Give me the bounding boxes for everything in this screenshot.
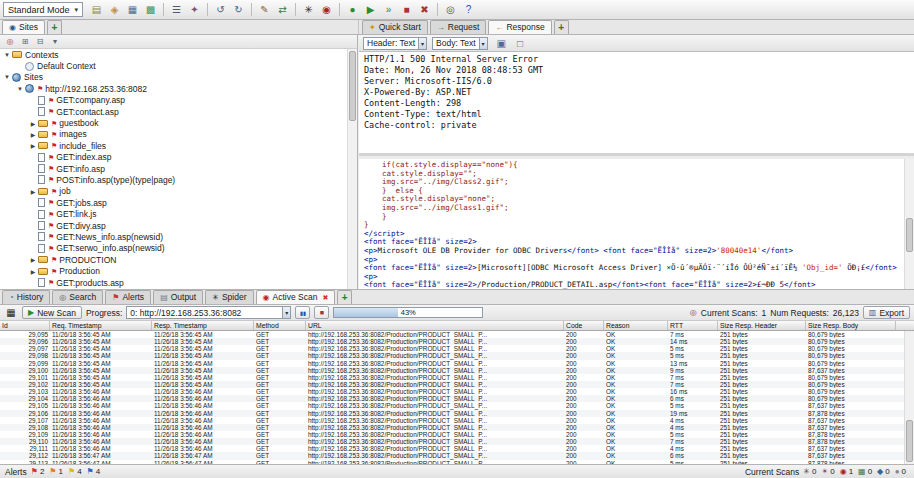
syntax-highlight-icon[interactable]: ▣: [493, 35, 510, 51]
response-headers[interactable]: HTTP/1.1 500 Internal Server ErrorDate: …: [359, 52, 914, 156]
snapshot-session-icon[interactable]: ▩: [142, 2, 159, 18]
tree-item[interactable]: ▶⚑include_files: [0, 140, 347, 151]
add-workspace-tab-button[interactable]: +: [554, 20, 569, 34]
tab-output[interactable]: ▤Output: [153, 290, 203, 304]
tab-active-scan[interactable]: ◉Active Scan✖: [256, 290, 336, 304]
scope-icon[interactable]: ◎: [442, 2, 459, 18]
expand-icon[interactable]: ▶: [28, 268, 38, 275]
collapse-icon[interactable]: ▼: [2, 74, 12, 80]
high-alerts-flag[interactable]: ⚑: [31, 468, 38, 476]
tab-alerts[interactable]: ⚑Alerts: [105, 290, 151, 304]
table-row[interactable]: 29,10511/26/18 3:56:46 AM11/26/18 3:56:4…: [0, 402, 904, 409]
table-row[interactable]: 29,09711/26/18 3:56:45 AM11/26/18 3:56:4…: [0, 345, 904, 352]
tree-item[interactable]: ⚑GET:company.asp: [0, 95, 347, 106]
table-row[interactable]: 29,11211/26/18 3:56:47 AM11/26/18 3:56:4…: [0, 452, 904, 459]
scrollbar-thumb[interactable]: [906, 420, 913, 462]
maximize-panel-icon[interactable]: □: [512, 35, 529, 51]
tree-item[interactable]: ⚑GET:index.asp: [0, 152, 347, 163]
break-drop-icon[interactable]: ✖: [416, 2, 433, 18]
table-row[interactable]: 29,11111/26/18 3:56:46 AM11/26/18 3:56:4…: [0, 445, 904, 452]
response-body-scrollbar[interactable]: [904, 159, 914, 289]
tree-item[interactable]: ⚑GET:divy.asp: [0, 220, 347, 231]
column-header-req-timestamp[interactable]: Req. Timestamp: [50, 321, 152, 330]
table-row[interactable]: 29,10311/26/18 3:56:46 AM11/26/18 3:56:4…: [0, 388, 904, 395]
table-row[interactable]: 29,09511/26/18 3:56:45 AM11/26/18 3:56:4…: [0, 331, 904, 338]
table-row[interactable]: 29,10611/26/18 3:56:46 AM11/26/18 3:56:4…: [0, 410, 904, 417]
scrollbar-thumb[interactable]: [906, 218, 913, 252]
response-body[interactable]: if(cat.style.display=="none"){ cat.style…: [359, 159, 904, 289]
info-alerts-flag[interactable]: ⚑: [87, 468, 94, 476]
panel-options-icon[interactable]: ▾: [49, 38, 61, 46]
tree-item[interactable]: ⚑GET:contact.asp: [0, 106, 347, 117]
collapse-icon[interactable]: ▼: [2, 52, 12, 58]
break-step-icon[interactable]: ▶: [362, 2, 379, 18]
tab-response[interactable]: ←Response: [488, 20, 551, 34]
table-row[interactable]: 29,10111/26/18 3:56:45 AM11/26/18 3:56:4…: [0, 374, 904, 381]
scope-filter-icon[interactable]: ◎: [4, 38, 16, 46]
tree-item[interactable]: ▼Contexts: [0, 49, 347, 60]
tree-item[interactable]: ▼Sites: [0, 72, 347, 83]
spider-toolbar-icon[interactable]: ✳: [300, 2, 317, 18]
column-header-size-resp-header[interactable]: Size Resp. Header: [718, 321, 806, 330]
table-row[interactable]: 29,09611/26/18 3:56:45 AM11/26/18 3:56:4…: [0, 338, 904, 345]
tree-item[interactable]: ⚑GET:jobs.asp: [0, 197, 347, 208]
pause-scan-button[interactable]: ▮▮: [295, 306, 310, 319]
expand-icon[interactable]: ▶: [28, 120, 38, 127]
column-header-reason[interactable]: Reason: [604, 321, 668, 330]
collapse-all-icon[interactable]: ⊟: [34, 38, 46, 46]
help-icon[interactable]: ?: [460, 2, 477, 18]
tree-item[interactable]: ▶⚑job: [0, 186, 347, 197]
tab-quick-start[interactable]: ✦Quick Start: [362, 20, 428, 34]
tab-spider[interactable]: ✳Spider: [205, 290, 253, 304]
table-row[interactable]: 29,10411/26/18 3:56:46 AM11/26/18 3:56:4…: [0, 395, 904, 402]
expand-icon[interactable]: ▶: [28, 256, 38, 263]
close-tab-icon[interactable]: ✖: [322, 294, 328, 302]
active-scan-toolbar-icon[interactable]: ◉: [318, 2, 335, 18]
tree-item[interactable]: ▼⚑http://192.168.253.36:8082: [0, 83, 347, 94]
column-header-id[interactable]: Id: [0, 321, 50, 330]
tree-item[interactable]: ⚑GET:News_info.asp(newsid): [0, 231, 347, 242]
new-session-icon[interactable]: ▤: [88, 2, 105, 18]
expand-icon[interactable]: ▶: [28, 131, 38, 138]
session-properties-icon[interactable]: ☰: [168, 2, 185, 18]
tree-item[interactable]: ⚑GET:serwo_info.asp(newsid): [0, 243, 347, 254]
add-bottom-tab-button[interactable]: +: [337, 290, 352, 304]
expand-icon[interactable]: ▶: [28, 188, 38, 195]
table-row[interactable]: 29,10811/26/18 3:56:46 AM11/26/18 3:56:4…: [0, 424, 904, 431]
undo-icon[interactable]: ↺: [212, 2, 229, 18]
options-icon[interactable]: ✦: [186, 2, 203, 18]
filter-icon[interactable]: ▦: [4, 305, 18, 321]
new-scan-button[interactable]: ▶ New Scan: [22, 306, 82, 319]
request-editor-icon[interactable]: ✎: [256, 2, 273, 18]
tree-item[interactable]: ▶⚑Production: [0, 265, 347, 276]
expand-icon[interactable]: ▶: [28, 142, 38, 149]
table-row[interactable]: 29,10711/26/18 3:56:46 AM11/26/18 3:56:4…: [0, 417, 904, 424]
scan-table-scrollbar[interactable]: [904, 331, 914, 464]
medium-alerts-flag[interactable]: ⚑: [49, 468, 56, 476]
expand-all-icon[interactable]: ⊞: [19, 38, 31, 46]
table-row[interactable]: 29,10211/26/18 3:56:45 AM11/26/18 3:56:4…: [0, 381, 904, 388]
resend-request-icon[interactable]: ⇄: [274, 2, 291, 18]
break-on-icon[interactable]: ●: [344, 2, 361, 18]
tab-history[interactable]: ◔History: [2, 290, 50, 304]
stop-scan-button[interactable]: ■: [314, 306, 329, 319]
tree-item[interactable]: ⚑GET:link.js: [0, 208, 347, 219]
tree-item[interactable]: ⚑GET:products.asp: [0, 277, 347, 288]
tab-search[interactable]: ◎Search: [52, 290, 103, 304]
collapse-icon[interactable]: ▼: [15, 86, 25, 92]
table-row[interactable]: 29,11011/26/18 3:56:46 AM11/26/18 3:56:4…: [0, 438, 904, 445]
low-alerts-flag[interactable]: ⚑: [68, 468, 75, 476]
body-view-select[interactable]: Body: Text ▾: [432, 37, 488, 50]
open-session-icon[interactable]: ◈: [106, 2, 123, 18]
tree-item[interactable]: Default Context: [0, 60, 347, 71]
table-row[interactable]: 29,10011/26/18 3:56:45 AM11/26/18 3:56:4…: [0, 367, 904, 374]
tree-item[interactable]: ⚑GET:info.asp: [0, 163, 347, 174]
tree-item[interactable]: ⚑POST:info.asp(type)(type|page): [0, 174, 347, 185]
break-stop-icon[interactable]: ■: [398, 2, 415, 18]
column-header-resp-timestamp[interactable]: Resp. Timestamp: [152, 321, 254, 330]
tree-item[interactable]: ▶⚑PRODUCTION: [0, 254, 347, 265]
column-header-method[interactable]: Method: [254, 321, 306, 330]
persist-session-icon[interactable]: ▦: [124, 2, 141, 18]
mode-select[interactable]: Standard Mode ▾: [3, 2, 83, 17]
break-continue-icon[interactable]: »: [380, 2, 397, 18]
